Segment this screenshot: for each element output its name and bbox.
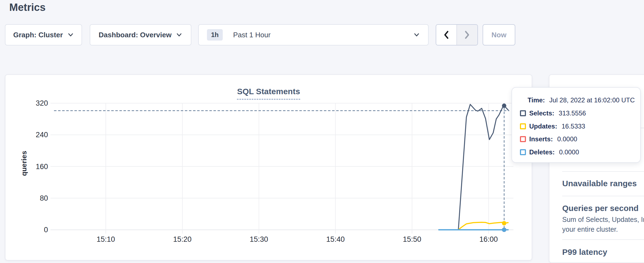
chevron-down-icon [413, 32, 420, 38]
now-button[interactable]: Now [483, 24, 515, 45]
tooltip-time-label: Time: [528, 96, 545, 104]
sidebar-heading-p99-latency: P99 latency [562, 247, 607, 257]
chevron-left-icon [442, 30, 450, 40]
tooltip-row-updates: Updates: 16.5333 [520, 122, 585, 131]
sidebar-desc-queries-per-second: Sum of Selects, Updates, Inser your enti… [562, 215, 644, 234]
metrics-page: Metrics Graph: Cluster Dashboard: Overvi… [0, 0, 644, 263]
tooltip-row-selects: Selects: 313.5556 [520, 109, 586, 118]
inserts-series-swatch [520, 136, 526, 142]
tooltip-row-value: 16.5333 [562, 123, 585, 130]
tooltip-row-label: Selects: [529, 109, 554, 117]
time-range-badge: 1h [207, 29, 223, 41]
page-title: Metrics [9, 2, 46, 13]
sidebar-divider [562, 196, 644, 196]
graph-dropdown[interactable]: Graph: Cluster [5, 24, 82, 45]
sidebar-heading-queries-per-second: Queries per second [562, 204, 639, 213]
chart-tooltip: Time: Jul 28, 2022 at 16:02:00 UTC Selec… [511, 87, 641, 163]
tooltip-row-value: 0.0000 [557, 135, 577, 143]
chart-title-wrap: SQL Statements [5, 87, 532, 100]
dashboard-dropdown-label: Dashboard: Overview [99, 31, 171, 39]
tooltip-row-value: 0.0000 [559, 148, 579, 156]
chevron-down-icon [176, 32, 182, 38]
updates-series-swatch [520, 123, 526, 129]
now-button-label: Now [492, 31, 507, 39]
tooltip-row-label: Updates: [529, 123, 557, 130]
chart-title[interactable]: SQL Statements [237, 87, 300, 100]
next-time-button[interactable] [457, 25, 478, 45]
time-range-selector[interactable]: 1h Past 1 Hour [198, 24, 429, 45]
tooltip-time-row: Time: Jul 28, 2022 at 16:02:00 UTC [528, 96, 635, 105]
prev-time-button[interactable] [436, 25, 457, 45]
sidebar-divider [562, 171, 644, 172]
selects-series-swatch [520, 110, 526, 116]
time-step-buttons [436, 24, 478, 45]
chevron-down-icon [67, 32, 74, 38]
sql-statements-chart-card: SQL Statements [5, 74, 532, 261]
y-axis-label: queries [20, 151, 28, 176]
tooltip-row-inserts: Inserts: 0.0000 [520, 134, 577, 144]
graph-dropdown-label: Graph: Cluster [13, 31, 63, 39]
deletes-series-swatch [520, 149, 526, 155]
tooltip-row-deletes: Deletes: 0.0000 [520, 148, 579, 157]
time-range-label: Past 1 Hour [233, 31, 409, 39]
sidebar-divider [562, 239, 644, 240]
tooltip-time-value: Jul 28, 2022 at 16:02:00 UTC [549, 96, 635, 104]
tooltip-row-value: 313.5556 [559, 109, 586, 117]
tooltip-row-label: Inserts: [529, 135, 553, 143]
dashboard-dropdown[interactable]: Dashboard: Overview [90, 24, 191, 45]
chevron-right-icon [463, 30, 471, 40]
sidebar-heading-unavailable-ranges: Unavailable ranges [562, 179, 637, 188]
tooltip-row-label: Deletes: [529, 148, 555, 156]
